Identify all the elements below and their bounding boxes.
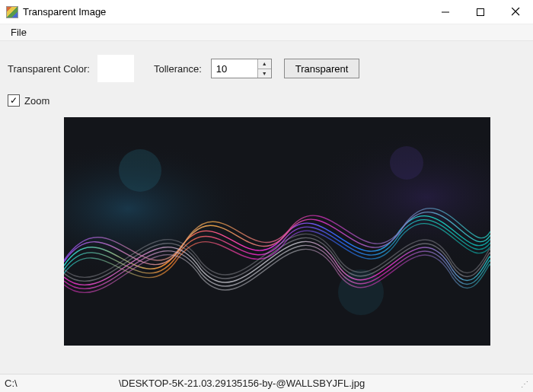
tolerance-stepper[interactable]: ▲ ▼ [211,59,272,78]
spin-down-button[interactable]: ▼ [258,69,271,78]
close-button[interactable] [498,0,533,24]
menubar: File [0,24,533,41]
toolbar: Transparent Color: Tollerance: ▲ ▼ Trans… [0,41,533,90]
svg-point-7 [119,149,161,192]
window-controls [428,0,533,24]
app-icon [6,6,18,18]
minimize-icon [442,8,449,16]
close-icon [512,8,520,16]
tolerance-spin: ▲ ▼ [257,59,271,78]
maximize-button[interactable] [463,0,498,24]
transparent-button[interactable]: Transparent [284,59,360,78]
color-swatch[interactable] [97,55,134,82]
image-preview [64,117,490,346]
svg-point-8 [390,146,423,180]
titlebar: Transparent Image [0,0,533,24]
svg-rect-6 [64,117,490,346]
menu-file[interactable]: File [6,25,31,40]
zoom-row: ✓ Zoom [0,90,533,110]
zoom-label: Zoom [24,95,49,107]
resize-grip-icon[interactable]: ⋰ [516,378,528,390]
wave-art-icon [64,117,490,346]
window-title: Transparent Image [23,6,106,18]
minimize-button[interactable] [428,0,463,24]
tolerance-label: Tollerance: [154,63,202,75]
canvas-area [0,110,533,374]
svg-rect-1 [477,8,484,15]
maximize-icon [477,8,484,16]
statusbar: C:\ \DESKTOP-5K-21.03.29135156-by-@WALLS… [0,374,533,392]
check-icon: ✓ [10,95,18,106]
spin-up-button[interactable]: ▲ [258,59,271,69]
status-path: \DESKTOP-5K-21.03.29135156-by-@WALLSBYJF… [119,378,516,389]
tolerance-input[interactable] [212,59,257,78]
zoom-checkbox[interactable]: ✓ [8,94,20,107]
status-drive: C:\ [5,378,119,389]
transparent-color-label: Transparent Color: [8,63,90,75]
